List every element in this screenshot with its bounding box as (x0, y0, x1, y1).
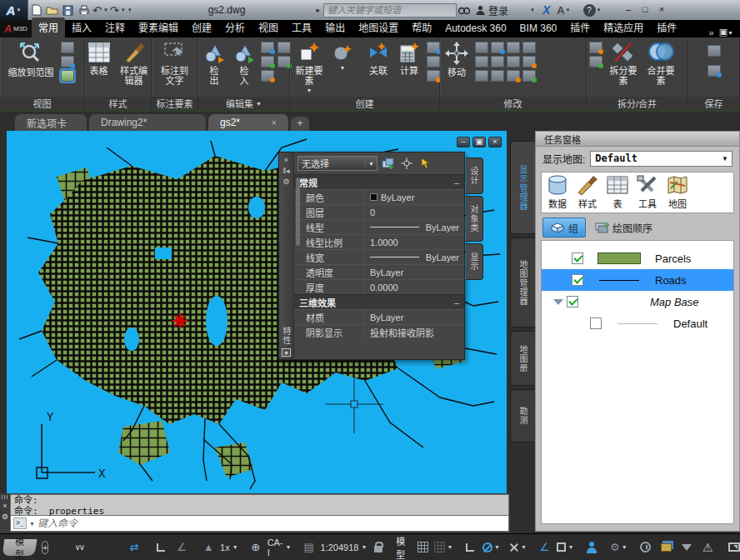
link-button[interactable]: 关联 (365, 40, 392, 77)
recent-commands-icon[interactable]: ▼ (29, 521, 35, 527)
undo-dropdown-icon[interactable]: ▼ (103, 8, 108, 12)
ribbon-tab-feature-edit[interactable]: 要素编辑 (132, 18, 185, 38)
split-polygon-icon[interactable] (589, 42, 602, 53)
layer-checkbox[interactable] (590, 318, 602, 329)
ortho-mode-icon[interactable] (152, 538, 170, 557)
warning-icon[interactable]: ⚠ (698, 538, 717, 557)
ribbon-tab-annotate[interactable]: 注释 (98, 18, 132, 38)
autodesk-a-icon[interactable]: A (557, 4, 564, 17)
style-editor-button[interactable]: 样式编辑器 (118, 40, 151, 87)
panel-view-label[interactable]: 视图 (0, 97, 84, 110)
new-tab-button[interactable]: + (291, 117, 309, 131)
ribbon-tab-home[interactable]: 常用 (32, 18, 65, 38)
ribbon-minimize-icon[interactable]: ▣▼ (719, 27, 733, 38)
save-icon[interactable] (61, 3, 75, 17)
parcel-select-icon[interactable] (61, 70, 74, 82)
palette-autohide-icon[interactable]: ‖◂ (282, 166, 289, 177)
ribbon-tab-tools[interactable]: 工具 (285, 18, 318, 38)
collapse-icon[interactable]: – (454, 178, 459, 188)
object-snap-icon[interactable]: ▼ (482, 538, 500, 557)
grid-display-icon[interactable] (413, 538, 432, 557)
panel-create-label[interactable]: 创建 (290, 97, 439, 110)
exchange-x-icon[interactable]: X (542, 3, 550, 17)
command-line-grip[interactable]: × ⚙ (0, 493, 10, 533)
filter-icon[interactable] (678, 538, 696, 557)
edit-set-add-icon[interactable] (261, 42, 274, 53)
prop-row-transparency[interactable]: 透明度 ByLayer (294, 264, 464, 279)
command-history[interactable]: 命令: 命令: _properties (10, 494, 509, 516)
infer-constraints-icon[interactable]: ⇄ (125, 538, 143, 557)
prop-row-layer[interactable]: 图层 0 (294, 204, 464, 219)
explode-icon[interactable] (522, 70, 536, 82)
layout-overflow-icon[interactable]: ∨∨ (74, 542, 83, 552)
snap-mode-icon[interactable]: ▼ (434, 538, 452, 557)
selection-cycling-icon[interactable]: ▼ (556, 538, 574, 557)
checkin-button[interactable]: 检入 (231, 40, 258, 87)
quick-select-icon[interactable] (381, 157, 396, 170)
redo-icon[interactable]: ↷ (109, 4, 120, 17)
prop-row-material[interactable]: 材质 ByLayer (294, 309, 464, 324)
ribbon-tab-plugins[interactable]: 插件 (563, 18, 597, 38)
model-space-tab[interactable]: 模型 (2, 539, 38, 556)
calculate-button[interactable]: 计算 (396, 40, 422, 77)
annotation-scale-value[interactable]: 1x▼ (220, 542, 238, 552)
ribbon-tab-addins[interactable]: 插件 (650, 18, 683, 38)
feature-style-icon[interactable] (61, 56, 74, 68)
tab-map-explorer[interactable]: 地图管理器 (510, 238, 535, 328)
workspace-logo-button[interactable]: A M3D (0, 20, 32, 38)
discard-edits-icon[interactable] (708, 65, 721, 77)
prop-row-color[interactable]: 颜色 ByLayer (294, 189, 464, 204)
plot-icon[interactable] (77, 3, 91, 17)
zoom-extents-button[interactable]: 缩放到范围 (2, 40, 59, 78)
prop-row-linetype-scale[interactable]: 线型比例 1.0000 (294, 234, 464, 249)
doc-restore-icon[interactable]: ▣ (472, 137, 486, 148)
expand-collapse-icon[interactable] (553, 299, 563, 305)
panel-split-merge-label[interactable]: 拆分/合并 (587, 97, 688, 110)
layer-row-parcels[interactable]: Parcels (542, 248, 733, 269)
tab-display-manager[interactable]: 显示管理器 (510, 141, 535, 234)
table-button[interactable]: 表 (607, 175, 628, 210)
coordinate-system-globe-icon[interactable]: ⊕ (247, 538, 265, 557)
close-icon[interactable]: × (656, 4, 668, 16)
new-file-icon[interactable] (29, 3, 43, 17)
array-icon[interactable] (491, 42, 504, 53)
palette-tab-design[interactable]: 设计 (466, 158, 483, 194)
palette-scrollbar[interactable] (296, 178, 300, 246)
clock-icon[interactable] (636, 538, 654, 557)
layer-row-map-base[interactable]: Map Base (542, 291, 733, 312)
map-scale-value[interactable]: 1:204918▼ (321, 542, 368, 552)
tab-overflow-icon[interactable]: » (709, 28, 714, 38)
label-to-text-button[interactable]: 标注到文字 (158, 40, 192, 87)
new-layout-button[interactable]: + (42, 541, 48, 554)
doc-close-icon[interactable]: × (488, 137, 502, 148)
palette-settings-icon[interactable]: ⚙ (282, 177, 289, 188)
collapse-icon[interactable]: – (454, 298, 459, 308)
match-properties-icon[interactable] (507, 70, 520, 82)
annotation-scale-icon[interactable]: ▲ (199, 538, 218, 557)
ribbon-tab-output[interactable]: 输出 (318, 18, 352, 38)
erase-icon[interactable] (522, 56, 536, 68)
doc-tab-drawing2[interactable]: Drawing2* (89, 114, 206, 131)
coordinate-system-value[interactable]: CA-I▼ (268, 538, 292, 558)
ribbon-tab-bim360[interactable]: BIM 360 (513, 20, 564, 38)
edit-set-update-icon[interactable] (261, 56, 274, 68)
minimize-icon[interactable]: – (622, 4, 635, 16)
services-dropdown-icon[interactable]: ▼ (530, 8, 535, 12)
ribbon-tab-map-setup[interactable]: 地图设置 (352, 18, 405, 38)
undo-icon[interactable]: ↶ (92, 4, 102, 17)
prop-row-shadow-display[interactable]: 阴影显示 投射和接收阴影 (294, 324, 464, 339)
tab-close-icon[interactable]: × (272, 118, 277, 128)
pick-object-icon[interactable] (399, 157, 414, 170)
measure-icon[interactable] (507, 56, 520, 68)
search-input[interactable] (323, 3, 457, 18)
search-binoculars-icon[interactable] (458, 3, 472, 17)
chamfer-icon[interactable] (522, 42, 536, 53)
layer-checkbox[interactable] (567, 296, 578, 308)
section-3d-effects[interactable]: 三维效果 – (294, 294, 464, 309)
tools-button[interactable]: 工具 (637, 175, 658, 210)
settings-gear-icon[interactable]: ⚙▼ (609, 538, 628, 557)
task-pane-header[interactable]: 任务窗格 (536, 132, 739, 147)
checkout-button[interactable]: 检出 (201, 40, 228, 87)
buffer-tool-icon[interactable] (427, 70, 440, 82)
layer-row-default[interactable]: Default (542, 312, 733, 334)
